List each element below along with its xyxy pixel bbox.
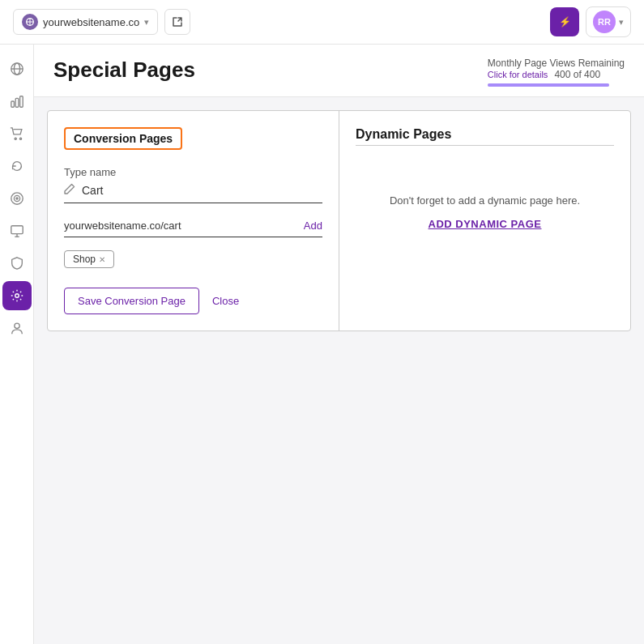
add-url-link[interactable]: Add [304,220,322,232]
sidebar-item-target[interactable] [2,184,32,213]
sidebar-item-shield[interactable] [2,249,32,278]
topbar-right: ⚡ RR ▾ [550,6,631,37]
svg-point-9 [15,138,16,139]
site-favicon [22,14,38,30]
type-name-label: Type name [64,166,322,178]
layout: Special Pages Monthly Page Views Remaini… [0,45,644,644]
url-row: Add [64,220,322,237]
click-for-details[interactable]: Click for details [488,70,548,79]
external-link-button[interactable] [164,9,190,35]
svg-point-18 [14,323,19,328]
dynamic-pages-title: Dynamic Pages [356,127,614,142]
svg-point-10 [19,138,21,139]
two-panel: Conversion Pages Type name Add Shop ✕ [47,110,631,331]
page-header: Special Pages Monthly Page Views Remaini… [34,45,644,97]
pencil-icon [64,183,75,198]
tags-area: Shop ✕ [64,250,322,268]
page-title: Special Pages [53,58,195,83]
sidebar-item-settings[interactable] [2,281,32,310]
topbar-left: yourwebsitename.co ▾ [13,9,190,35]
svg-rect-8 [19,96,23,108]
page-views-count: 400 of 400 [554,69,600,80]
sidebar-item-monitor[interactable] [2,216,32,245]
type-name-input[interactable] [82,184,322,197]
dynamic-divider [356,145,614,146]
topbar: yourwebsitename.co ▾ ⚡ RR ▾ [0,0,644,45]
site-selector-chevron: ▾ [144,17,149,28]
panel-conversion-pages: Conversion Pages Type name Add Shop ✕ [48,111,339,331]
site-selector[interactable]: yourwebsitename.co ▾ [13,9,158,35]
type-name-field-container [64,183,322,203]
sidebar-item-cart[interactable] [2,119,32,148]
svg-rect-7 [15,98,19,107]
avatar-chevron: ▾ [619,17,624,28]
conversion-pages-header: Conversion Pages [64,127,182,150]
page-header-top: Special Pages Monthly Page Views Remaini… [53,58,625,96]
actions-row: Save Conversion Page Close [64,288,322,314]
page-views-label: Monthly Page Views Remaining [488,58,625,69]
site-name-label: yourwebsitename.co [43,16,139,28]
sidebar-item-chart[interactable] [2,87,32,116]
sidebar-item-refresh[interactable] [2,151,32,181]
url-input[interactable] [64,220,297,232]
tag-label: Shop [73,254,96,265]
sidebar-item-globe[interactable] [2,54,32,83]
page-views-info: Monthly Page Views Remaining Click for d… [488,58,625,87]
avatar-lightning[interactable]: ⚡ [550,7,579,36]
avatar-rr-button[interactable]: RR ▾ [586,6,631,37]
dynamic-body: Don't forget to add a dynamic page here.… [356,178,614,231]
tag-close-button[interactable]: ✕ [99,255,105,264]
main-content: Special Pages Monthly Page Views Remaini… [34,45,644,644]
svg-rect-6 [11,101,14,107]
shop-tag: Shop ✕ [64,250,114,268]
panel-dynamic-pages: Dynamic Pages Don't forget to add a dyna… [339,111,630,331]
sidebar [0,45,34,644]
avatar-circle: RR [593,11,616,33]
dynamic-hint: Don't forget to add a dynamic page here. [356,194,614,207]
progress-bar-fill [488,83,609,87]
svg-point-17 [15,294,19,298]
progress-bar [488,83,609,87]
add-dynamic-page-button[interactable]: ADD DYNAMIC PAGE [429,218,542,230]
save-conversion-page-button[interactable]: Save Conversion Page [64,288,199,314]
svg-point-13 [15,198,17,199]
sidebar-item-person[interactable] [2,313,32,343]
svg-rect-14 [11,226,22,234]
close-link[interactable]: Close [212,295,239,307]
